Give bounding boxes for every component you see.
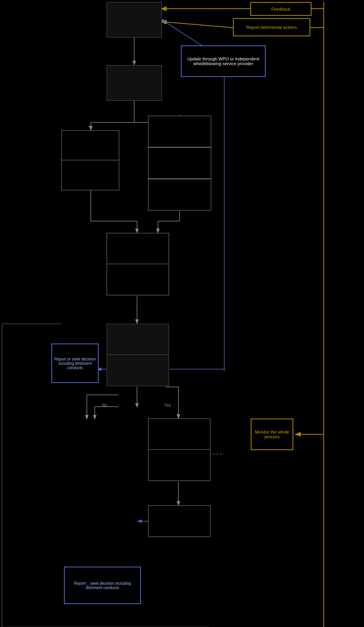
wpo-label: Update through WPO or Independent whistl… (183, 56, 263, 66)
report-detrimental-box: Report detrimental actions (233, 18, 310, 36)
wpo-box: Update through WPO or Independent whistl… (181, 45, 266, 77)
box4c (148, 179, 211, 210)
feedback-label: Feedback (271, 7, 290, 11)
box5b (107, 264, 169, 295)
diagram-container: Feedback Report detrimental actions Upda… (0, 0, 364, 627)
box4b (148, 147, 211, 179)
monitor-box: Monitor the whole process (251, 419, 293, 450)
box3b (61, 160, 119, 190)
report-seek-label-2: Report _ seek decision including detrime… (66, 581, 139, 590)
box8 (148, 505, 210, 537)
svg-line-3 (162, 22, 233, 28)
report-seek-box-1: Report or seek decision including detrim… (51, 344, 99, 383)
monitor-label: Monitor the whole process (253, 430, 291, 439)
yes-label: Yes (164, 403, 171, 407)
report-detrimental-label: Report detrimental actions (246, 25, 297, 30)
box3a (61, 130, 119, 161)
box4a (148, 116, 211, 147)
box6a (107, 324, 169, 355)
box7b (148, 449, 210, 481)
box5a (107, 233, 169, 265)
box2 (107, 65, 162, 101)
box1 (107, 2, 162, 38)
box7a (148, 419, 210, 450)
report-seek-label-1: Report or seek decision including detrim… (54, 357, 96, 370)
report-seek-box-2: Report _ seek decision including detrime… (64, 567, 141, 604)
no-label: No (102, 403, 107, 407)
feedback-box: Feedback (250, 2, 311, 16)
box6b (107, 355, 169, 386)
